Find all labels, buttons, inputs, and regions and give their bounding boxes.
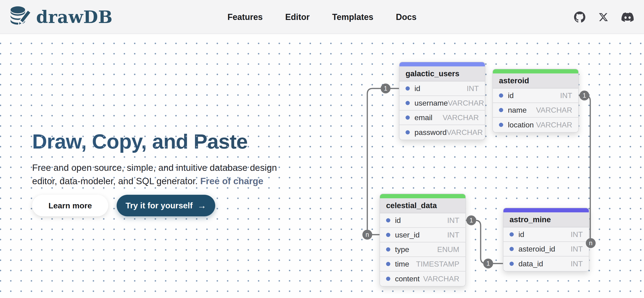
field-type: VARCHAR [443, 113, 479, 122]
hero-subtitle-line2: editor, data-modeler, and SQL generator. [32, 176, 198, 186]
table-astro_mine[interactable]: astro_mineidINTasteroid_idINTdata_idINT [503, 208, 589, 272]
field-row-name[interactable]: nameVARCHAR [493, 103, 578, 118]
brand-name: drawDB [36, 7, 113, 27]
field-dot-icon [406, 86, 410, 90]
field-row-asteroid_id[interactable]: asteroid_idINT [504, 242, 589, 256]
free-of-charge-link[interactable]: Free of charge [200, 176, 263, 186]
field-name: username [414, 99, 448, 108]
nav-link-docs[interactable]: Docs [396, 12, 416, 22]
field-type: INT [570, 230, 583, 239]
field-type: VARCHAR [536, 106, 572, 114]
cardinality-badge-n: n [362, 230, 372, 240]
table-accent-strip [493, 69, 578, 74]
hero-subtitle: Free and open source, simple, and intuit… [32, 161, 314, 188]
table-name: galactic_users [400, 66, 485, 82]
cardinality-badge-1: 1 [381, 84, 390, 94]
field-name: id [508, 91, 514, 100]
arrow-right-icon: → [198, 200, 206, 211]
nav-link-features[interactable]: Features [228, 12, 262, 22]
field-dot-icon [386, 233, 390, 237]
field-dot-icon [499, 108, 503, 112]
table-celestial_data[interactable]: celestial_dataidINTuser_idINTtypeENUMtim… [380, 194, 466, 286]
table-name: astro_mine [504, 212, 589, 227]
field-dot-icon [406, 101, 410, 105]
table-accent-strip [380, 194, 466, 198]
field-dot-icon [386, 247, 390, 252]
learn-more-button[interactable]: Learn more [32, 195, 108, 216]
field-dot-icon [386, 262, 390, 266]
field-name: asteroid_id [518, 245, 555, 254]
field-dot-icon [386, 218, 390, 222]
cardinality-badge-1: 1 [580, 90, 589, 100]
field-name: type [395, 245, 409, 254]
field-row-type[interactable]: typeENUM [380, 242, 466, 257]
field-row-user_id[interactable]: user_idINT [380, 228, 466, 242]
social-links [574, 0, 634, 34]
x-twitter-icon[interactable] [598, 12, 608, 22]
field-type: ENUM [437, 245, 459, 254]
table-galactic_users[interactable]: galactic_usersidINTusernameVARCHARemailV… [399, 62, 485, 140]
field-row-username[interactable]: usernameVARCHAR [400, 96, 485, 110]
field-row-password[interactable]: passwordVARCHAR [400, 125, 485, 140]
table-asteroid[interactable]: asteroididINTnameVARCHARlocationVARCHAR [492, 69, 579, 132]
table-accent-strip [504, 208, 589, 212]
cardinality-badge-n: n [586, 238, 596, 248]
field-row-email[interactable]: emailVARCHAR [400, 110, 485, 125]
field-name: id [414, 84, 420, 93]
field-type: INT [466, 84, 479, 93]
main-navigation: Features Editor Templates Docs [228, 0, 416, 34]
field-row-id[interactable]: idINT [380, 213, 466, 228]
github-icon[interactable] [574, 12, 585, 23]
field-name: time [395, 260, 409, 268]
field-row-id[interactable]: idINT [400, 82, 485, 96]
discord-icon[interactable] [622, 11, 634, 23]
field-name: location [508, 120, 534, 129]
field-dot-icon [510, 232, 514, 236]
field-dot-icon [499, 94, 503, 98]
field-row-id[interactable]: idINT [504, 227, 589, 242]
table-accent-strip [400, 62, 485, 66]
field-dot-icon [406, 116, 410, 120]
field-type: VARCHAR [423, 274, 459, 283]
field-type: INT [570, 260, 583, 268]
field-dot-icon [510, 247, 514, 251]
hero-title: Draw, Copy, and Paste [32, 130, 314, 154]
field-name: id [518, 230, 524, 239]
hero-section: Draw, Copy, and Paste Free and open sour… [32, 130, 314, 188]
field-row-content[interactable]: contentVARCHAR [380, 272, 466, 286]
field-type: VARCHAR [448, 99, 484, 108]
field-name: password [414, 128, 446, 137]
field-row-id[interactable]: idINT [493, 88, 578, 103]
field-name: email [414, 113, 432, 122]
field-name: name [508, 106, 527, 114]
field-type: TIMESTAMP [416, 260, 459, 268]
field-row-data_id[interactable]: data_idINT [504, 256, 589, 271]
field-dot-icon [499, 123, 503, 127]
hero-subtitle-line1: Free and open source, simple, and intuit… [32, 162, 277, 173]
cardinality-badge-1: 1 [483, 258, 493, 268]
field-row-time[interactable]: timeTIMESTAMP [380, 257, 466, 272]
field-name: data_id [518, 260, 543, 268]
table-name: asteroid [493, 74, 578, 88]
field-type: VARCHAR [446, 128, 483, 137]
field-type: INT [560, 91, 572, 100]
field-type: INT [447, 231, 459, 239]
nav-link-templates[interactable]: Templates [332, 12, 373, 22]
try-it-button[interactable]: Try it for yourself → [117, 195, 215, 216]
field-row-location[interactable]: locationVARCHAR [493, 118, 578, 132]
field-type: VARCHAR [536, 120, 572, 129]
drawdb-logo[interactable]: drawDB [10, 5, 113, 29]
field-name: content [395, 274, 420, 283]
top-navbar: drawDB Features Editor Templates Docs [0, 0, 644, 34]
field-dot-icon [406, 130, 410, 134]
cardinality-badge-1: 1 [466, 216, 476, 225]
field-dot-icon [386, 277, 390, 281]
try-it-label: Try it for yourself [126, 201, 193, 210]
drawdb-database-pencil-icon [10, 5, 33, 29]
field-dot-icon [510, 262, 514, 266]
field-name: user_id [395, 231, 420, 239]
field-name: id [395, 216, 401, 225]
field-type: INT [570, 245, 583, 254]
field-type: INT [447, 216, 459, 225]
nav-link-editor[interactable]: Editor [285, 12, 310, 22]
